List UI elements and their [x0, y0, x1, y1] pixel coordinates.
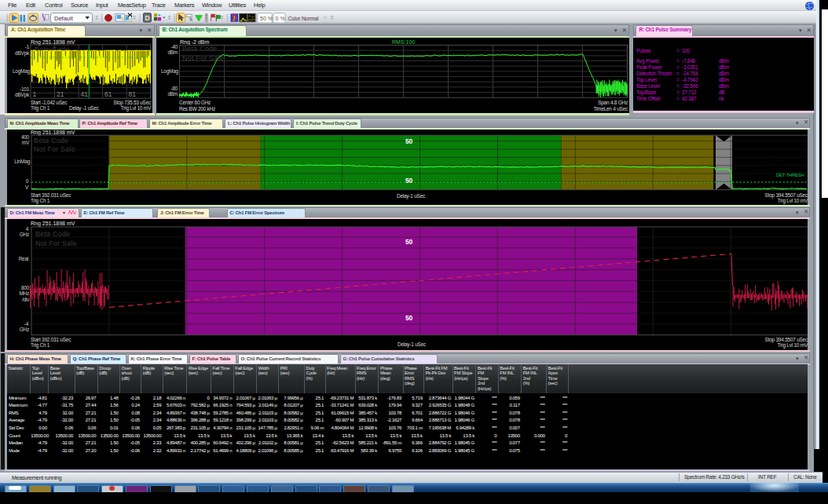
- svg-text:81: 81: [129, 90, 137, 98]
- svg-text:Color Normal: Color Normal: [288, 16, 319, 21]
- svg-text:RMS:100: RMS:100: [392, 39, 415, 45]
- svg-text:Default: Default: [54, 15, 74, 22]
- svg-text:Rng 251.1898 mV: Rng 251.1898 mV: [31, 39, 75, 46]
- svg-text:Rng 251.1898 mV: Rng 251.1898 mV: [31, 221, 75, 227]
- svg-text:D: D: [145, 14, 150, 22]
- svg-text:0 %: 0 %: [276, 16, 285, 21]
- svg-text:1: 1: [33, 90, 37, 98]
- svg-text:Beta Code: Beta Code: [34, 137, 68, 144]
- svg-text:50 %: 50 %: [260, 16, 273, 21]
- svg-text:61: 61: [104, 90, 112, 98]
- svg-text:21: 21: [57, 90, 64, 98]
- svg-text:41: 41: [81, 90, 89, 98]
- svg-text:Beta Code: Beta Code: [182, 45, 217, 53]
- svg-text:Not For Sale: Not For Sale: [35, 239, 77, 247]
